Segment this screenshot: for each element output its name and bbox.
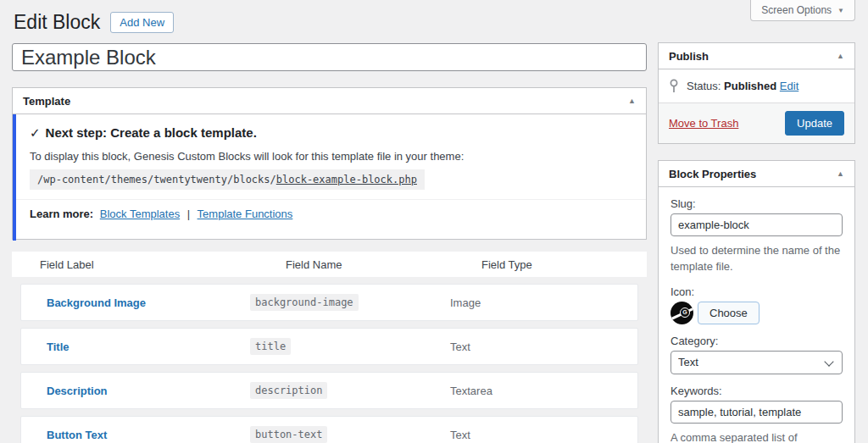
template-path-prefix: /wp-content/themes/twentytwenty/blocks/ [37, 174, 276, 186]
category-select[interactable]: Text [670, 351, 843, 374]
block-templates-link[interactable]: Block Templates [100, 208, 180, 220]
field-type-cell: Image [450, 296, 637, 309]
template-path-filename: block-example-block.php [276, 174, 417, 186]
genesis-custom-blocks-icon: G [670, 302, 693, 324]
field-type-cell: Text [450, 429, 637, 441]
field-name-code: description [250, 382, 327, 399]
field-name-code: button-text [250, 426, 327, 443]
status-value: Published [724, 80, 776, 92]
keywords-help-text: A comma separated list of keywords, used… [670, 430, 843, 443]
column-header-field-label: Field Label [12, 258, 258, 271]
link-separator: | [187, 208, 190, 220]
field-name-cell: description [250, 382, 450, 399]
learn-more-label: Learn more: [30, 208, 93, 220]
field-label-link[interactable]: Description [21, 385, 250, 397]
category-select-wrap: Text [670, 351, 843, 374]
category-label: Category: [670, 335, 843, 347]
page-title: Edit Block [14, 11, 100, 35]
field-type-cell: Text [450, 341, 637, 353]
notice-description: To display this block, Genesis Custom Bl… [30, 150, 632, 163]
field-name-cell: title [250, 338, 450, 355]
template-panel: Template ▲ ✓Next step: Create a block te… [12, 87, 647, 240]
block-properties-header[interactable]: Block Properties ▲ [659, 161, 854, 187]
add-new-button[interactable]: Add New [110, 12, 174, 33]
field-row-background-image[interactable]: Background Image background-image Image [20, 284, 638, 321]
status-label: Status: [687, 80, 721, 92]
slug-help-text: Used to determine the name of the templa… [670, 243, 843, 275]
publish-panel: Publish ▲ Status: Published Edit Move to… [658, 42, 855, 144]
field-row-button-text[interactable]: Button Text button-text Text [20, 416, 638, 443]
block-properties-title: Block Properties [669, 168, 756, 180]
publish-panel-header[interactable]: Publish ▲ [659, 43, 854, 69]
update-button[interactable]: Update [785, 111, 844, 136]
field-name-cell: background-image [250, 294, 450, 311]
keywords-label: Keywords: [670, 385, 843, 397]
logo-g-badge: G [680, 307, 690, 318]
status-pin-icon [669, 79, 679, 93]
field-name-code: title [250, 338, 291, 355]
field-label-link[interactable]: Title [21, 341, 250, 353]
learn-more-row: Learn more: Block Templates | Template F… [30, 208, 632, 220]
field-row-description[interactable]: Description description Textarea [20, 372, 638, 409]
field-label-link[interactable]: Background Image [21, 296, 250, 309]
move-to-trash-link[interactable]: Move to Trash [669, 117, 738, 130]
keywords-input[interactable] [670, 401, 843, 424]
column-header-field-type: Field Type [453, 258, 647, 271]
chevron-down-icon: ▼ [837, 7, 844, 14]
notice-heading-text: Next step: Create a block template. [46, 125, 257, 140]
publish-panel-title: Publish [669, 50, 709, 63]
check-icon: ✓ [30, 125, 41, 140]
edit-status-link[interactable]: Edit [780, 80, 798, 92]
choose-icon-button[interactable]: Choose [698, 302, 760, 324]
collapse-toggle-icon[interactable]: ▲ [628, 97, 636, 105]
field-row-title[interactable]: Title title Text [20, 328, 638, 365]
field-name-code: background-image [250, 294, 359, 311]
slug-input[interactable] [670, 213, 843, 236]
template-panel-header[interactable]: Template ▲ [13, 88, 646, 114]
field-type-cell: Textarea [450, 385, 637, 397]
block-properties-panel: Block Properties ▲ Slug: Used to determi… [658, 160, 855, 443]
screen-options-tab[interactable]: Screen Options ▼ [750, 0, 855, 21]
field-label-link[interactable]: Button Text [21, 429, 250, 441]
column-header-field-name: Field Name [258, 258, 453, 271]
fields-table-header: Field Label Field Name Field Type [12, 252, 647, 277]
notice-heading: ✓Next step: Create a block template. [30, 125, 632, 141]
publish-actions-row: Move to Trash Update [659, 102, 854, 143]
block-title-input[interactable] [12, 43, 647, 71]
field-name-cell: button-text [250, 426, 450, 443]
collapse-toggle-icon[interactable]: ▲ [837, 170, 844, 178]
status-text: Status: Published Edit [687, 80, 798, 92]
slug-label: Slug: [670, 197, 843, 210]
page-header: Edit Block Add New [14, 11, 174, 35]
icon-chooser-row: G Choose [670, 302, 843, 324]
divider [16, 199, 646, 200]
fields-table: Field Label Field Name Field Type Backgr… [12, 252, 647, 443]
sidebar: Publish ▲ Status: Published Edit Move to… [658, 42, 855, 443]
template-notice: ✓Next step: Create a block template. To … [13, 114, 646, 241]
screen-options-label: Screen Options [761, 4, 832, 16]
publish-status-row: Status: Published Edit [659, 69, 854, 102]
template-file-path: /wp-content/themes/twentytwenty/blocks/b… [30, 169, 425, 190]
template-panel-title: Template [23, 95, 70, 108]
icon-label: Icon: [670, 285, 843, 298]
collapse-toggle-icon[interactable]: ▲ [837, 53, 844, 60]
block-properties-body: Slug: Used to determine the name of the … [659, 187, 854, 443]
template-functions-link[interactable]: Template Functions [198, 208, 293, 220]
